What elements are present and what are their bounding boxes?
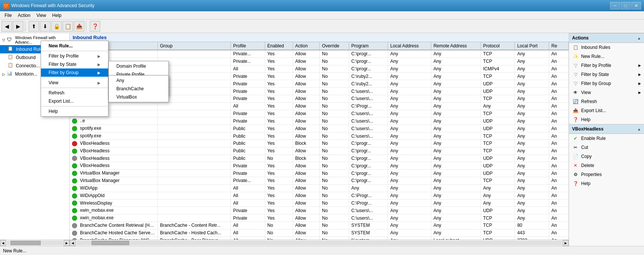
toolbar-up[interactable]: ⬆ — [29, 21, 39, 32]
ctx-help[interactable]: Help — [41, 107, 108, 115]
toolbar-help[interactable]: ❓ — [90, 21, 100, 32]
col-group[interactable]: Group — [157, 42, 230, 50]
action-filter-state[interactable]: ▽ Filter by State ▶ — [569, 70, 644, 79]
ctx-filter-profile[interactable]: Filter by Profile ▶ — [41, 52, 108, 60]
action-filter-group[interactable]: ▽ Filter by Group ▶ — [569, 79, 644, 88]
table-row[interactable]: VirtualBox Manager Private Yes Allow No … — [70, 170, 569, 177]
submenu-group-branch[interactable]: BranchCache — [109, 85, 168, 93]
table-row[interactable]: spotify.exe Public Yes Allow No C:\users… — [70, 132, 569, 140]
col-rport[interactable]: Re — [549, 42, 569, 50]
action-vbox-help[interactable]: ❓ Help — [569, 179, 644, 188]
toolbar-lock[interactable]: 🔒 — [51, 21, 62, 32]
ctx-sep-3 — [41, 88, 108, 88]
left-scrollbar[interactable]: ◀ ▶ — [0, 240, 70, 246]
table-row[interactable]: WiDiApp All Yes Allow No Any Any Any Any… — [70, 184, 569, 192]
cell-name: VirtualBox Manager — [70, 170, 157, 177]
toolbar-back[interactable]: ◀ — [2, 21, 12, 32]
table-row[interactable]: BranchCache Content Retrieval (HTTP-In) … — [70, 222, 569, 229]
table-row[interactable]: VirtualBox Manager Private... Yes Allow … — [70, 177, 569, 185]
action-inbound-rules[interactable]: 📋 Inbound Rules — [569, 43, 644, 52]
window-title: Windows Firewall with Advanced Security — [11, 3, 610, 8]
table-row[interactable]: xwin_mobax.exe Private Yes Allow No C:\u… — [70, 207, 569, 214]
menu-help[interactable]: Help — [49, 12, 65, 19]
cell-program: C:\progr... — [349, 58, 388, 65]
ctx-view[interactable]: View ▶ — [41, 79, 108, 87]
table-row[interactable]: VBoxHeadless Public No Block No C:\progr… — [70, 155, 569, 162]
left-scroll-left[interactable]: ◀ — [0, 240, 6, 246]
action-enable-rule[interactable]: ✔ Enable Rule — [569, 134, 644, 143]
toolbar-down[interactable]: ⬇ — [40, 21, 50, 32]
submenu-profile-domain[interactable]: Domain Profile — [109, 62, 168, 70]
left-scroll-thumb[interactable] — [11, 241, 41, 245]
action-copy[interactable]: 📄 Copy — [569, 152, 644, 161]
action-filter-profile[interactable]: ▽ Filter by Profile ▶ — [569, 61, 644, 70]
action-help[interactable]: ❓ Help — [569, 115, 644, 124]
table-row[interactable]: BranchCache Hosted Cache Server (HTT... … — [70, 229, 569, 237]
ctx-filter-group[interactable]: Filter by Group ▶ — [41, 68, 108, 77]
ctx-refresh[interactable]: Refresh — [41, 89, 108, 97]
ctx-new-rule[interactable]: New Rule... — [41, 42, 108, 50]
col-action[interactable]: Action — [293, 42, 319, 50]
table-row[interactable]: ..e Private Yes Allow No C:\users\... An… — [70, 117, 569, 125]
table-row[interactable]: VBoxHeadless Public Yes Allow No C:\prog… — [70, 147, 569, 155]
ctx-filter-state[interactable]: Filter by State ▶ — [41, 60, 108, 68]
minimize-button[interactable]: ─ — [610, 2, 620, 9]
col-profile[interactable]: Profile — [231, 42, 265, 50]
cell-profile: Public — [231, 140, 265, 147]
menu-action[interactable]: Action — [15, 12, 33, 19]
menu-file[interactable]: File — [2, 12, 15, 19]
left-scroll-right[interactable]: ▶ — [64, 240, 70, 246]
col-protocol[interactable]: Protocol — [481, 42, 515, 50]
col-program[interactable]: Program — [349, 42, 388, 50]
menu-view[interactable]: View — [34, 12, 49, 19]
action-delete[interactable]: ✕ Delete — [569, 161, 644, 170]
table-row[interactable]: VBoxHeadless Private Yes Allow No C:\pro… — [70, 162, 569, 170]
table-row[interactable]: ..e Private Yes Allow No C:\users\... An… — [70, 110, 569, 117]
submenu-group-vbox[interactable]: VirtualBox — [109, 93, 168, 101]
table-row[interactable]: WirelessDisplay All Yes Allow No C:\Prog… — [70, 199, 569, 207]
action-vbox-help-label: Help — [581, 181, 591, 186]
action-cut[interactable]: ✂ Cut — [569, 143, 644, 152]
table-row[interactable]: VBoxHeadless Public Yes Block No C:\prog… — [70, 140, 569, 147]
actions-header[interactable]: Actions ▲ — [569, 33, 644, 43]
center-scroll-left[interactable]: ◀ — [70, 240, 76, 246]
action-refresh[interactable]: 🔄 Refresh — [569, 97, 644, 106]
tree-label-connection: Connectio... — [16, 63, 40, 68]
toolbar-clipboard[interactable]: 📋 — [63, 21, 73, 32]
center-scrollbar[interactable]: ◀ ▶ — [70, 240, 569, 246]
table-row[interactable]: BranchCache Peer Discovery (WSD-In) Bran… — [70, 237, 569, 240]
table-row[interactable]: ..nder Private... Yes Allow No C:\progr.… — [70, 50, 569, 58]
tree-icon-inbound: 📋 — [8, 46, 14, 53]
col-override[interactable]: Override — [319, 42, 349, 50]
vbox-header[interactable]: VBoxHeadless ▲ — [569, 124, 644, 134]
row-status-icon — [72, 178, 77, 184]
cell-program: SYSTEM — [349, 229, 388, 237]
cell-protocol: UDP — [481, 88, 515, 95]
toolbar-forward[interactable]: ▶ — [13, 21, 23, 32]
close-button[interactable]: ✕ — [631, 2, 641, 9]
col-lport[interactable]: Local Port — [515, 42, 549, 50]
left-scroll-track[interactable] — [7, 241, 63, 245]
table-row[interactable]: WiDiAppOld All Yes Allow No C:\Progr... … — [70, 192, 569, 199]
ctx-export[interactable]: Export List... — [41, 97, 108, 105]
col-local[interactable]: Local Address — [388, 42, 431, 50]
action-view[interactable]: 👁 View ▶ — [569, 88, 644, 97]
action-new-rule[interactable]: ✨ New Rule... — [569, 52, 644, 61]
cell-program: C:\progr... — [349, 155, 388, 162]
table-row[interactable]: xwin_mobax.exe Private Yes Allow No C:\u… — [70, 214, 569, 222]
col-remote[interactable]: Remote Address — [431, 42, 481, 50]
filter-group-icon: ▽ — [572, 80, 579, 87]
maximize-button[interactable]: □ — [621, 2, 630, 9]
center-scroll-thumb[interactable] — [92, 241, 129, 245]
toolbar-export[interactable]: 📤 — [74, 21, 84, 32]
action-properties[interactable]: ⚙ Properties — [569, 170, 644, 179]
col-enabled[interactable]: Enabled — [265, 42, 293, 50]
table-row[interactable]: spotify.exe Public Yes Allow No C:\users… — [70, 125, 569, 132]
submenu-group-any[interactable]: Any — [109, 76, 168, 85]
cell-group — [157, 170, 230, 177]
ctx-filter-state-arrow: ▶ — [98, 62, 101, 67]
center-scroll-right[interactable]: ▶ — [563, 240, 569, 246]
action-export[interactable]: 📤 Export List... — [569, 106, 644, 115]
table-row[interactable]: ..entTest All Yes Allow No C:\Progr... A… — [70, 102, 569, 110]
center-scroll-track[interactable] — [76, 241, 562, 245]
